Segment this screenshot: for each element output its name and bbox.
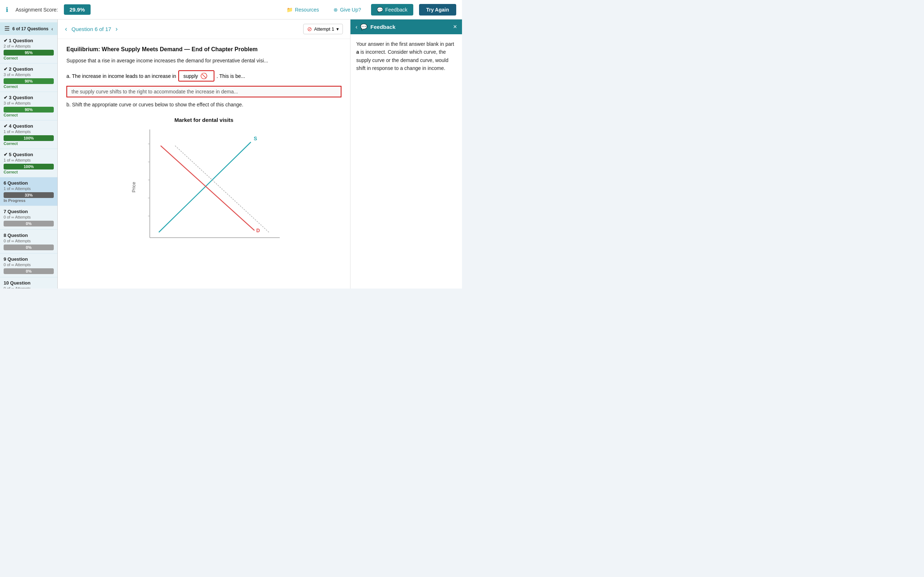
question-text: Suppose that a rise in average income in… [66,57,341,64]
folder-icon: 📁 [287,7,293,13]
hamburger-icon: ☰ [4,25,10,32]
svg-line-12 [175,146,269,232]
svg-text:S: S [254,135,257,141]
part-a-answer-box[interactable]: supply 🚫 [178,70,215,82]
sidebar-progress-bar: 95% [3,50,54,56]
feedback-panel-header: ‹ 💬 Feedback × [351,19,462,34]
sidebar: ☰ 6 of 17 Questions ‹ ✔ 1 Question 2 of … [0,19,58,288]
part-a-answer2-row: the supply curve shifts to the right to … [66,86,341,97]
part-a-row: a. The increase in income leads to an in… [66,70,341,82]
sidebar-status: Correct [3,84,54,89]
sidebar-q-label: ✔ 5 Question [3,152,54,157]
giveup-button[interactable]: ⊗ Give Up? [329,5,365,15]
chart-title: Market for dental visits [174,117,233,123]
feedback-close-button[interactable]: × [453,23,457,31]
svg-line-10 [161,146,254,230]
sidebar-q-sub: 1 of ∞ Attempts [3,187,54,191]
giveup-icon: ⊗ [333,7,338,13]
assignment-label: Assignment Score: [16,7,58,13]
sidebar-pct-text: 90% [3,78,54,84]
sidebar-q-label: 9 Question [3,256,54,262]
feedback-back-icon: ‹ [355,24,357,30]
sidebar-status: Correct [3,141,54,146]
sidebar-item-4[interactable]: ✔ 4 Question 1 of ∞ Attempts 100% Correc… [0,121,57,149]
feedback-header-button[interactable]: 💬 Feedback [371,4,413,16]
sidebar-q-label: 10 Question [3,280,54,285]
feedback-content: Your answer in the first answer blank in… [351,34,462,78]
sidebar-item-1[interactable]: ✔ 1 Question 2 of ∞ Attempts 95% Correct [0,35,57,63]
sidebar-back-arrow[interactable]: ‹ [51,26,53,32]
sidebar-progress-bar: 100% [3,164,54,169]
feedback-icon-header: 💬 [360,23,367,30]
sidebar-q-sub: 0 of ∞ Attempts [3,215,54,219]
sidebar-item-2[interactable]: ✔ 2 Question 3 of ∞ Attempts 90% Correct [0,63,57,92]
try-again-button[interactable]: Try Again [419,4,456,16]
score-badge: 29.9% [64,4,91,15]
svg-text:Price: Price [131,182,136,193]
sidebar-q-label: ✔ 2 Question [3,66,54,72]
feedback-panel: ‹ 💬 Feedback × Your answer in the first … [350,19,462,288]
sidebar-progress-bar: 33% [3,192,54,198]
sidebar-status: Correct [3,56,54,60]
sidebar-item-6[interactable]: 6 Question 1 of ∞ Attempts 33% In Progre… [0,177,57,206]
sidebar-progress-bar: 0% [3,268,54,274]
sidebar-status: Correct [3,170,54,174]
chart-wrap: Price S D [128,126,280,250]
sidebar-header: ☰ 6 of 17 Questions ‹ [0,23,57,35]
part-a-suffix: . This is be... [216,73,245,79]
sidebar-q-sub: 2 of ∞ Attempts [3,44,54,48]
sidebar-progress-bar: 0% [3,221,54,226]
sidebar-pct-text: 100% [3,164,54,169]
sidebar-item-10[interactable]: 10 Question 0 of ∞ Attempts 0% [0,277,57,288]
chart-container: Market for dental visits [66,113,341,253]
top-header: ℹ Assignment Score: 29.9% 📁 Resources ⊗ … [0,0,462,19]
sidebar-q-sub: 1 of ∞ Attempts [3,158,54,162]
sidebar-pct-text: 0% [3,268,54,274]
sidebar-title: 6 of 17 Questions [12,26,48,31]
sidebar-item-8[interactable]: 8 Question 0 of ∞ Attempts 0% [0,230,57,253]
sidebar-items-list: ✔ 1 Question 2 of ∞ Attempts 95% Correct… [0,35,57,288]
sidebar-q-label: ✔ 1 Question [3,38,54,43]
sidebar-progress-bar: 100% [3,135,54,141]
sidebar-pct-text: 90% [3,107,54,113]
attempt-label: Attempt 1 [314,26,334,32]
next-question-button[interactable]: › [115,25,118,33]
sidebar-progress-bar: 90% [3,107,54,113]
sidebar-item-9[interactable]: 9 Question 0 of ∞ Attempts 0% [0,253,57,277]
no-icon: ⊘ [307,26,312,32]
svg-text:D: D [256,227,260,233]
question-area: ‹ Question 6 of 17 › ⊘ Attempt 1 ▾ Equil… [58,19,350,288]
attempt-dropdown-icon[interactable]: ▾ [336,26,339,32]
feedback-icon: 💬 [377,7,383,13]
sidebar-q-sub: 3 of ∞ Attempts [3,101,54,105]
sidebar-pct-text: 0% [3,245,54,250]
sidebar-q-label: 8 Question [3,233,54,238]
sidebar-q-label: 6 Question [3,180,54,186]
sidebar-item-5[interactable]: ✔ 5 Question 1 of ∞ Attempts 100% Correc… [0,149,57,177]
attempt-badge: ⊘ Attempt 1 ▾ [303,24,343,34]
sidebar-status: In Progress [3,198,54,203]
part-a-prefix: a. The increase in income leads to an in… [66,73,176,79]
sidebar-item-7[interactable]: 7 Question 0 of ∞ Attempts 0% [0,206,57,230]
sidebar-status: Correct [3,113,54,117]
svg-line-8 [159,142,251,232]
feedback-back-button[interactable]: ‹ [355,24,357,30]
close-icon: × [453,23,457,30]
sidebar-progress-bar: 0% [3,245,54,250]
prev-question-button[interactable]: ‹ [65,25,67,33]
sidebar-item-3[interactable]: ✔ 3 Question 3 of ∞ Attempts 90% Correct [0,92,57,121]
question-nav: ‹ Question 6 of 17 › ⊘ Attempt 1 ▾ [58,19,350,39]
cancel-icon[interactable]: 🚫 [200,73,208,79]
part-a-answer-text: supply [183,73,198,79]
question-nav-label: Question 6 of 17 [71,26,111,32]
sidebar-pct-text: 100% [3,135,54,141]
app-container: ℹ Assignment Score: 29.9% 📁 Resources ⊗ … [0,0,462,288]
market-chart: Price S D [128,126,280,248]
sidebar-q-sub: 0 of ∞ Attempts [3,239,54,243]
sidebar-q-label: 7 Question [3,209,54,214]
resources-button[interactable]: 📁 Resources [282,5,323,15]
feedback-panel-left: ‹ 💬 Feedback [355,23,396,30]
sidebar-q-sub: 0 of ∞ Attempts [3,263,54,267]
sidebar-q-sub: 3 of ∞ Attempts [3,73,54,77]
sidebar-q-label: ✔ 3 Question [3,95,54,100]
